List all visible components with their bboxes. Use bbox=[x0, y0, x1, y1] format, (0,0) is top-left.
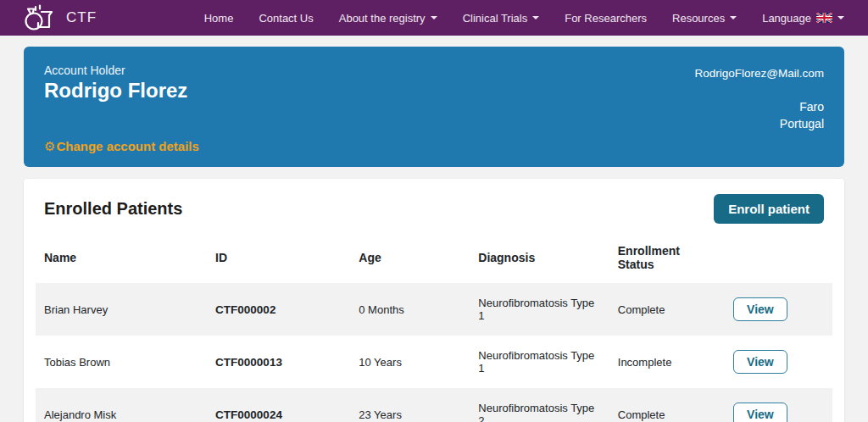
patient-name: Brian Harvey bbox=[36, 283, 207, 336]
table-header-row: Name ID Age Diagnosis Enrollment Status bbox=[36, 236, 832, 283]
nav-language[interactable]: Language bbox=[762, 12, 844, 25]
main-nav: Home Contact Us About the registry Clini… bbox=[204, 12, 844, 25]
caret-down-icon bbox=[532, 16, 539, 19]
gear-icon: ⚙ bbox=[44, 140, 55, 153]
patient-name: Alejandro Misk bbox=[36, 388, 207, 422]
patient-diagnosis: Neurofibromatosis Type 1 bbox=[470, 283, 609, 336]
brand-text: CTF bbox=[66, 9, 97, 26]
patient-age: 10 Years bbox=[350, 336, 470, 388]
account-holder-panel: Account Holder Rodrigo Florez ⚙ Change a… bbox=[24, 47, 844, 167]
nav-for-researchers[interactable]: For Researchers bbox=[565, 12, 647, 25]
uk-flag-icon bbox=[816, 13, 832, 23]
patients-table: Name ID Age Diagnosis Enrollment Status … bbox=[36, 236, 832, 422]
table-row: Brian Harvey CTF000002 0 Months Neurofib… bbox=[36, 283, 832, 336]
view-patient-button[interactable]: View bbox=[733, 297, 787, 321]
column-header-age: Age bbox=[350, 236, 470, 283]
patient-status: Incomplete bbox=[609, 336, 725, 388]
patient-name: Tobias Brown bbox=[36, 336, 207, 388]
change-account-details-label: Change account details bbox=[56, 139, 198, 153]
patient-id: CTF0000024 bbox=[207, 388, 350, 422]
ctf-logo-icon bbox=[24, 4, 58, 31]
patient-diagnosis: Neurofibromatosis Type 1 bbox=[470, 336, 609, 388]
nav-about-registry[interactable]: About the registry bbox=[339, 12, 437, 25]
enroll-patient-button[interactable]: Enroll patient bbox=[714, 194, 824, 224]
top-navbar: CTF Home Contact Us About the registry C… bbox=[0, 0, 868, 36]
account-holder-label: Account Holder bbox=[44, 64, 199, 77]
patient-age: 0 Months bbox=[350, 283, 470, 336]
patient-status: Complete bbox=[609, 388, 725, 422]
table-row: Alejandro Misk CTF0000024 23 Years Neuro… bbox=[36, 388, 832, 422]
enrolled-patients-card: Enrolled Patients Enroll patient Name ID… bbox=[24, 179, 844, 422]
view-patient-button[interactable]: View bbox=[733, 403, 787, 422]
brand[interactable]: CTF bbox=[24, 4, 97, 31]
patient-status: Complete bbox=[609, 283, 725, 336]
nav-resources[interactable]: Resources bbox=[672, 12, 737, 25]
patient-id: CTF0000013 bbox=[207, 336, 350, 388]
column-header-id: ID bbox=[207, 236, 350, 283]
table-row: Tobias Brown CTF0000013 10 Years Neurofi… bbox=[36, 336, 832, 388]
enrolled-patients-title: Enrolled Patients bbox=[44, 199, 182, 219]
column-header-name: Name bbox=[36, 236, 207, 283]
caret-down-icon bbox=[837, 16, 844, 19]
account-city: Faro bbox=[695, 100, 825, 114]
caret-down-icon bbox=[730, 16, 737, 19]
change-account-details-link[interactable]: ⚙ Change account details bbox=[44, 139, 199, 153]
patient-diagnosis: Neurofibromatosis Type 2 bbox=[470, 388, 609, 422]
column-header-diagnosis: Diagnosis bbox=[470, 236, 609, 283]
column-header-action bbox=[725, 236, 832, 283]
view-patient-button[interactable]: View bbox=[733, 350, 787, 374]
nav-clinical-trials[interactable]: Clinical Trials bbox=[463, 12, 540, 25]
caret-down-icon bbox=[431, 16, 437, 19]
column-header-status: Enrollment Status bbox=[609, 236, 725, 283]
account-email: RodrigoFlorez@Mail.com bbox=[695, 67, 825, 80]
account-country: Portugal bbox=[695, 117, 825, 130]
nav-home[interactable]: Home bbox=[204, 12, 234, 25]
patient-id: CTF000002 bbox=[207, 283, 350, 336]
patient-age: 23 Years bbox=[350, 388, 470, 422]
nav-contact-us[interactable]: Contact Us bbox=[259, 12, 313, 25]
account-holder-name: Rodrigo Florez bbox=[44, 79, 199, 103]
